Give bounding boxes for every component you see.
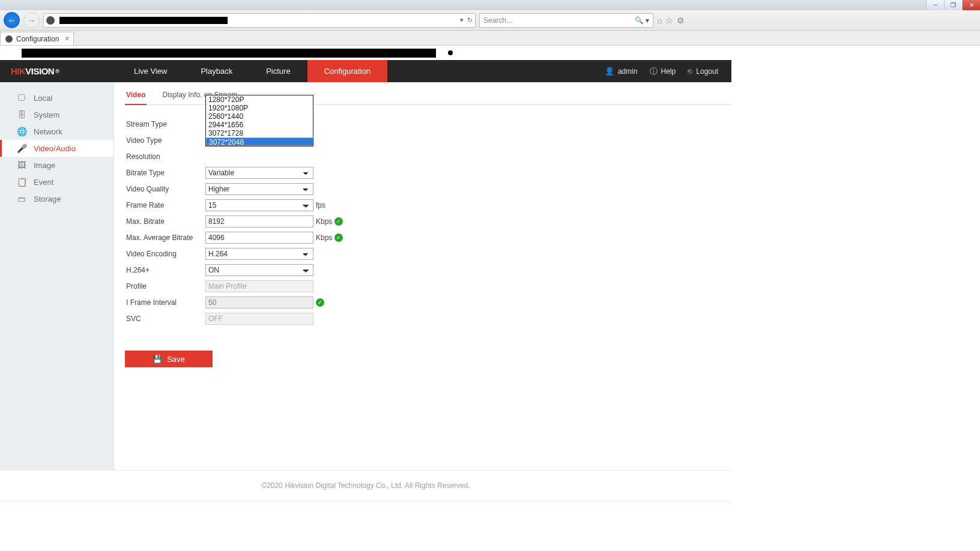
bitrate-type-label: Bitrate Type — [125, 169, 205, 177]
sidebar-item-label: Image — [34, 161, 55, 170]
row-iframe-interval: I Frame Interval — [125, 294, 731, 310]
home-icon[interactable]: ⌂ — [657, 16, 662, 25]
resolution-option[interactable]: 3072*2048 — [206, 137, 314, 146]
row-video-encoding: Video Encoding H.264 — [125, 245, 731, 262]
video-audio-icon: 🎤 — [17, 143, 26, 153]
search-placeholder: Search... — [483, 16, 512, 25]
tab-close-icon[interactable]: ✕ — [64, 35, 70, 43]
content-pane: Video Display Info. on Stream 1280*720P1… — [114, 82, 731, 470]
h264plus-select[interactable]: ON — [205, 264, 313, 276]
sidebar-item-label: Storage — [34, 194, 61, 203]
window-title-bar: ─ ❐ ✕ — [0, 0, 980, 10]
account-user[interactable]: 👤admin — [605, 67, 638, 76]
storage-icon: 🗃 — [17, 194, 26, 203]
tab-video[interactable]: Video — [125, 87, 147, 105]
window-maximize-button[interactable]: ❐ — [944, 0, 962, 10]
profile-label: Profile — [125, 282, 205, 291]
sidebar-item-label: Local — [34, 94, 52, 103]
network-icon: 🌐 — [17, 127, 26, 136]
redacted-dot — [448, 50, 453, 55]
max-bitrate-unit: Kbps — [316, 217, 332, 226]
resolution-option[interactable]: 1920*1080P — [206, 104, 313, 112]
browser-tab-strip: Configuration ✕ — [0, 31, 980, 46]
tab-favicon — [5, 35, 13, 43]
logout-link[interactable]: ⎋Logout — [688, 67, 718, 76]
browser-tab-configuration[interactable]: Configuration ✕ — [0, 32, 74, 45]
sidebar-item-video-audio[interactable]: 🎤Video/Audio — [0, 140, 113, 157]
search-icon[interactable]: 🔍 ▾ — [635, 16, 649, 25]
stream-type-label: Stream Type — [125, 120, 205, 128]
browser-forward-button[interactable]: → — [23, 12, 40, 28]
row-h264plus: H.264+ ON — [125, 262, 731, 278]
window-minimize-button[interactable]: ─ — [926, 0, 944, 10]
resolution-label: Resolution — [125, 152, 205, 161]
max-avg-bitrate-input[interactable] — [205, 232, 313, 244]
resolution-option[interactable]: 2944*1656 — [206, 121, 313, 129]
system-icon: 🗄 — [17, 110, 26, 119]
tools-icon[interactable]: ⚙ — [677, 16, 685, 25]
sidebar-item-event[interactable]: 📋Event — [0, 173, 113, 190]
redacted-content — [22, 49, 436, 58]
sidebar-item-network[interactable]: 🌐Network — [0, 123, 113, 140]
frame-rate-unit: fps — [316, 201, 325, 209]
bitrate-type-select[interactable]: Variable — [205, 167, 313, 179]
row-profile: Profile Main Profile — [125, 278, 731, 294]
hikvision-logo: HIKVISION® — [0, 60, 117, 82]
row-bitrate-type: Bitrate Type Variable — [125, 164, 731, 181]
row-video-quality: Video Quality Higher — [125, 181, 731, 197]
sidebar-item-system[interactable]: 🗄System — [0, 106, 113, 123]
resolution-dropdown-list[interactable]: 1280*720P1920*1080P2560*14402944*1656307… — [205, 95, 313, 146]
video-type-label: Video Type — [125, 136, 205, 145]
sidebar-item-storage[interactable]: 🗃Storage — [0, 190, 113, 207]
logout-icon: ⎋ — [688, 67, 692, 76]
app-top-nav: HIKVISION® Live ViewPlaybackPictureConfi… — [0, 60, 731, 82]
image-icon: 🖼 — [17, 160, 26, 170]
sidebar-item-label: Network — [34, 127, 62, 136]
dropdown-icon[interactable]: ▾ — [460, 16, 464, 24]
max-avg-bitrate-unit: Kbps — [316, 233, 332, 242]
nav-item-live-view[interactable]: Live View — [117, 60, 184, 82]
resolution-option[interactable]: 2560*1440 — [206, 112, 313, 121]
nav-item-configuration[interactable]: Configuration — [307, 60, 387, 82]
sidebar-item-local[interactable]: 🖵Local — [0, 89, 113, 106]
sidebar-item-image[interactable]: 🖼Image — [0, 157, 113, 173]
row-svc: SVC OFF — [125, 310, 731, 327]
refresh-icon[interactable]: ↻ — [467, 16, 473, 24]
max-bitrate-input[interactable] — [205, 215, 313, 227]
footer-copyright: ©2020 Hikvision Digital Technology Co., … — [0, 470, 731, 501]
favorites-icon[interactable]: ☆ — [665, 16, 673, 25]
nav-item-picture[interactable]: Picture — [249, 60, 307, 82]
help-link[interactable]: ⓘHelp — [650, 66, 676, 77]
browser-search-box[interactable]: Search... 🔍 ▾ — [479, 13, 653, 28]
check-icon — [334, 233, 343, 242]
nav-item-playback[interactable]: Playback — [184, 60, 249, 82]
frame-rate-label: Frame Rate — [125, 201, 205, 209]
sidebar-item-label: System — [34, 110, 59, 119]
sidebar-item-label: Event — [34, 178, 53, 187]
row-max-avg-bitrate: Max. Average Bitrate Kbps — [125, 229, 731, 245]
browser-address-bar[interactable]: ▾ ↻ — [43, 13, 476, 28]
window-close-button[interactable]: ✕ — [962, 0, 980, 10]
browser-back-button[interactable]: ← — [4, 12, 20, 28]
video-encoding-select[interactable]: H.264 — [205, 248, 313, 260]
video-quality-label: Video Quality — [125, 185, 205, 193]
frame-rate-select[interactable]: 15 — [205, 199, 313, 211]
site-favicon — [46, 16, 55, 25]
help-icon: ⓘ — [650, 66, 658, 77]
user-icon: 👤 — [605, 67, 614, 76]
h264plus-label: H.264+ — [125, 266, 205, 274]
browser-right-controls: ⌂ ☆ ⚙ — [657, 16, 685, 25]
check-icon — [316, 298, 324, 307]
iframe-interval-label: I Frame Interval — [125, 298, 205, 307]
video-settings-form: 1280*720P1920*1080P2560*14402944*1656307… — [125, 105, 731, 367]
resolution-option[interactable]: 1280*720P — [206, 95, 313, 104]
check-icon — [334, 217, 343, 226]
profile-select: Main Profile — [205, 280, 313, 292]
video-quality-select[interactable]: Higher — [205, 183, 313, 195]
account-controls: 👤admin ⓘHelp ⎋Logout — [605, 60, 731, 82]
save-button[interactable]: 💾 Save — [125, 351, 213, 367]
event-icon: 📋 — [17, 177, 26, 187]
resolution-option[interactable]: 3072*1728 — [206, 129, 313, 137]
sidebar: 🖵Local🗄System🌐Network🎤Video/Audio🖼Image📋… — [0, 82, 114, 470]
row-resolution: Resolution — [125, 148, 731, 164]
